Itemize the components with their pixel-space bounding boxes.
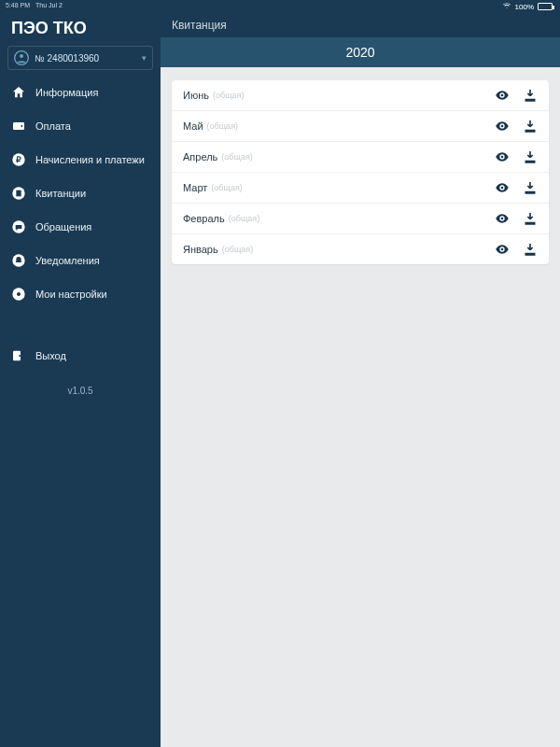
receipt-type: (общая) (229, 214, 259, 223)
status-time: 5:48 PM (6, 2, 30, 11)
nav-info[interactable]: Информация (0, 76, 161, 109)
receipt-row[interactable]: Июнь(общая) (172, 80, 549, 111)
svg-point-3 (21, 125, 22, 127)
download-icon[interactable] (523, 180, 538, 195)
row-actions (495, 119, 538, 134)
year-header[interactable]: 2020 (161, 37, 560, 67)
nav-label: Информация (35, 87, 98, 98)
month-name: Январь (183, 244, 218, 255)
row-actions (495, 242, 538, 257)
account-selector[interactable]: № 2480013960 ▾ (7, 46, 153, 70)
battery-percent: 100% (515, 3, 534, 11)
receipt-type: (общая) (213, 91, 244, 100)
nav: Информация Оплата ₽ Начисления и платежи… (0, 76, 161, 373)
wallet-icon (11, 119, 26, 134)
month-name: Апрель (183, 151, 217, 162)
download-icon[interactable] (523, 88, 538, 103)
receipt-row[interactable]: Апрель(общая) (172, 142, 549, 173)
gear-icon (11, 287, 26, 302)
view-icon[interactable] (495, 119, 510, 134)
receipt-type: (общая) (221, 152, 252, 162)
nav-notifications[interactable]: Уведомления (0, 244, 161, 277)
download-icon[interactable] (523, 211, 538, 226)
page-title: Квитанция (161, 13, 560, 37)
chevron-down-icon: ▾ (142, 53, 147, 63)
row-actions (495, 180, 538, 195)
nav-label: Начисления и платежи (35, 154, 145, 165)
download-icon[interactable] (523, 149, 538, 164)
row-actions (495, 211, 538, 226)
nav-label: Мои настройки (35, 289, 107, 300)
svg-point-1 (20, 54, 23, 58)
ruble-icon: ₽ (11, 152, 26, 167)
nav-label: Выход (35, 350, 66, 361)
month-name: Февраль (183, 213, 225, 224)
content: Июнь(общая)Май(общая)Апрель(общая)Март(о… (161, 67, 560, 277)
receipt-row[interactable]: Январь(общая) (172, 234, 549, 264)
receipts-list: Июнь(общая)Май(общая)Апрель(общая)Март(о… (172, 80, 549, 264)
nav-requests[interactable]: Обращения (0, 210, 161, 244)
nav-receipts[interactable]: Квитанции (0, 176, 161, 210)
month-name: Июнь (183, 90, 209, 101)
exit-icon (11, 348, 26, 363)
nav-payment[interactable]: Оплата (0, 109, 161, 143)
receipt-type: (общая) (207, 121, 238, 131)
month-name: Март (183, 182, 207, 193)
battery-icon (538, 3, 553, 10)
nav-label: Квитанции (35, 188, 86, 199)
home-icon (11, 85, 26, 100)
svg-text:₽: ₽ (16, 155, 21, 164)
svg-rect-7 (16, 190, 21, 197)
nav-label: Оплата (35, 120, 71, 132)
nav-charges[interactable]: ₽ Начисления и платежи (0, 143, 161, 176)
view-icon[interactable] (495, 180, 510, 195)
receipt-type: (общая) (222, 245, 253, 254)
version-label: v1.0.5 (0, 386, 161, 396)
receipt-row[interactable]: Февраль(общая) (172, 204, 549, 234)
nav-label: Уведомления (35, 255, 100, 266)
chat-icon (11, 219, 26, 234)
receipt-row[interactable]: Март(общая) (172, 173, 549, 204)
nav-label: Обращения (35, 221, 91, 233)
row-actions (495, 149, 538, 164)
wifi-icon (502, 2, 511, 11)
view-icon[interactable] (495, 211, 510, 226)
view-icon[interactable] (495, 88, 510, 103)
view-icon[interactable] (495, 242, 510, 257)
receipt-row[interactable]: Май(общая) (172, 111, 549, 142)
receipt-type: (общая) (211, 183, 242, 192)
document-icon (11, 186, 26, 201)
view-icon[interactable] (495, 149, 510, 164)
user-icon (14, 50, 29, 65)
status-date: Thu Jul 2 (35, 2, 63, 11)
sidebar: 5:48 PM Thu Jul 2 ПЭО ТКО № 2480013960 ▾… (0, 0, 161, 747)
nav-settings[interactable]: Мои настройки (0, 277, 161, 311)
main: 100% Квитанция 2020 Июнь(общая)Май(общая… (161, 0, 560, 747)
download-icon[interactable] (523, 119, 538, 134)
account-number: № 2480013960 (35, 53, 99, 63)
statusbar-right: 100% (161, 0, 560, 13)
statusbar-left: 5:48 PM Thu Jul 2 (0, 0, 161, 13)
download-icon[interactable] (523, 242, 538, 257)
bell-icon (11, 253, 26, 268)
svg-point-11 (17, 292, 21, 296)
row-actions (495, 88, 538, 103)
app-title: ПЭО ТКО (0, 13, 161, 46)
nav-exit[interactable]: Выход (0, 339, 161, 373)
month-name: Май (183, 120, 203, 132)
